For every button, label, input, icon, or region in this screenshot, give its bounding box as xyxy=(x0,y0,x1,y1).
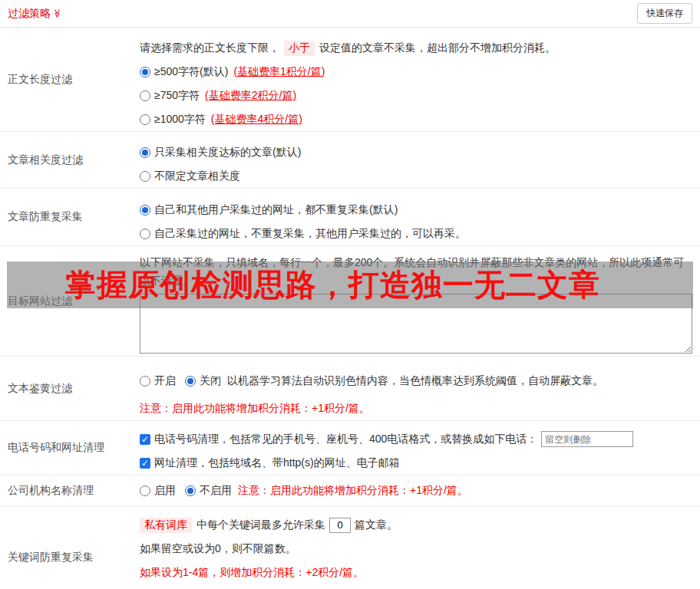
fee-label: (基础费率2积分/篇) xyxy=(205,89,296,103)
keyword-limit-note-1: 如果留空或设为0，则不限篇数。 xyxy=(140,537,692,561)
length-option-1000[interactable]: ≥1000字符 (基础费率4积分/篇) xyxy=(140,107,692,131)
row-dedup-collect: 文章防重复采集 自己和其他用户采集过的网址，都不重复采集(默认) 自己采集过的网… xyxy=(0,189,700,246)
porn-filter-note: 注意：启用此功能将增加积分消耗：+1积分/篇。 xyxy=(140,397,692,420)
fee-label: (基础费率1积分/篇) xyxy=(233,65,325,79)
less-than-chip: 小于 xyxy=(284,41,315,56)
row-label-company-clean: 公司机构名称清理 xyxy=(0,475,140,505)
radio-icon[interactable] xyxy=(185,485,196,496)
quick-save-button[interactable]: 快速保存 xyxy=(637,3,692,24)
row-relevance-filter: 文章相关度过滤 只采集相关度达标的文章(默认) 不限定文章相关度 xyxy=(0,132,700,189)
option-label: ≥1000字符 xyxy=(154,113,206,127)
option-label: 自己和其他用户采集过的网址，都不重复采集(默认) xyxy=(154,203,398,217)
row-label-dedup: 文章防重复采集 xyxy=(0,189,140,245)
fee-label: (基础费率4积分/篇) xyxy=(211,113,302,127)
porn-filter-options: 开启 关闭 以机器学习算法自动识别色情内容，当色情概率达到系统阈值，自动屏蔽文章… xyxy=(140,369,692,393)
intro-prefix: 请选择需求的正文长度下限， xyxy=(140,41,279,55)
radio-icon[interactable] xyxy=(185,376,196,387)
option-label-on[interactable]: 开启 xyxy=(154,374,176,388)
keyword-limit-text: 中每个关键词最多允许采集 xyxy=(196,518,325,532)
private-thesaurus-chip[interactable]: 私有词库 xyxy=(140,518,192,533)
watermark-overlay: 掌握原创检测思路，打造独一无二文章 xyxy=(7,262,693,308)
keyword-limit-suffix: 篇文章。 xyxy=(355,518,398,532)
radio-icon[interactable] xyxy=(140,376,150,387)
row-label-phone-url: 电话号码和网址清理 xyxy=(0,421,140,475)
watermark-text: 掌握原创检测思路，打造独一无二文章 xyxy=(7,264,600,306)
radio-icon[interactable] xyxy=(140,485,150,496)
row-label-porn-filter: 文本鉴黄过滤 xyxy=(0,357,140,420)
length-filter-intro: 请选择需求的正文长度下限， 小于 设定值的文章不采集，超出部分不增加积分消耗。 xyxy=(140,36,692,60)
option-label: 不限定文章相关度 xyxy=(154,169,240,183)
checkbox-icon[interactable] xyxy=(140,434,150,445)
dedup-option-all-users[interactable]: 自己和其他用户采集过的网址，都不重复采集(默认) xyxy=(140,198,692,222)
replacement-phone-input[interactable] xyxy=(541,431,633,447)
phone-clean-label: 电话号码清理，包括常见的手机号、座机号、400电话格式，或替换成如下电话： xyxy=(154,433,537,446)
radio-icon[interactable] xyxy=(140,171,150,182)
relevance-option-strict[interactable]: 只采集相关度达标的文章(默认) xyxy=(140,140,692,164)
radio-icon[interactable] xyxy=(140,114,150,125)
url-clean-option: 网址清理，包括纯域名、带http(s)的网址、电子邮箱 xyxy=(140,451,692,475)
keyword-limit-note-3: 如果设为5篇或以上，也不会额外增加积分消耗。 注意事项≫ xyxy=(140,584,692,589)
page-header: 过滤策略 ≫ 快速保存 xyxy=(0,0,700,28)
row-porn-filter: 文本鉴黄过滤 开启 关闭 以机器学习算法自动识别色情内容，当色情概率达到系统阈值… xyxy=(0,357,700,421)
row-keyword-limit: 关键词防重复采集 私有词库 中每个关键词最多允许采集 篇文章。 如果留空或设为0… xyxy=(0,506,700,589)
option-label: ≥750字符 xyxy=(154,89,200,103)
url-clean-label: 网址清理，包括纯域名、带http(s)的网址、电子邮箱 xyxy=(154,456,400,470)
keyword-limit-note-2: 如果设为1-4篇，则增加积分消耗：+2积分/篇。 xyxy=(140,561,692,584)
company-clean-note: 注意：启用此功能将增加积分消耗：+1积分/篇。 xyxy=(238,484,468,498)
row-label-length-filter: 正文长度过滤 xyxy=(0,28,140,131)
length-option-500[interactable]: ≥500字符(默认) (基础费率1积分/篇) xyxy=(140,60,692,84)
page-title-text: 过滤策略 xyxy=(8,7,51,21)
radio-icon[interactable] xyxy=(140,229,150,239)
length-option-750[interactable]: ≥750字符 (基础费率2积分/篇) xyxy=(140,84,692,107)
radio-icon[interactable] xyxy=(140,205,150,216)
row-length-filter: 正文长度过滤 请选择需求的正文长度下限， 小于 设定值的文章不采集，超出部分不增… xyxy=(0,28,700,132)
chevron-down-icon: ≫ xyxy=(52,9,62,18)
filter-strategy-page: 过滤策略 ≫ 快速保存 正文长度过滤 请选择需求的正文长度下限， 小于 设定值的… xyxy=(0,0,700,589)
keyword-limit-setting: 私有词库 中每个关键词最多允许采集 篇文章。 xyxy=(140,513,692,537)
dedup-option-self-only[interactable]: 自己采集过的网址，不重复采集，其他用户采集过的，可以再采。 xyxy=(140,222,692,245)
checkbox-icon[interactable] xyxy=(140,458,150,469)
option-label: ≥500字符(默认) xyxy=(154,65,228,79)
radio-icon[interactable] xyxy=(140,147,150,158)
relevance-option-any[interactable]: 不限定文章相关度 xyxy=(140,164,692,188)
row-label-keyword-limit: 关键词防重复采集 xyxy=(0,506,140,589)
porn-filter-description: 以机器学习算法自动识别色情内容，当色情概率达到系统阈值，自动屏蔽文章。 xyxy=(227,374,603,388)
radio-icon[interactable] xyxy=(140,67,150,77)
row-label-relevance: 文章相关度过滤 xyxy=(0,132,140,188)
option-label-disable[interactable]: 不启用 xyxy=(200,484,232,498)
option-label-off[interactable]: 关闭 xyxy=(200,374,221,388)
option-label: 自己采集过的网址，不重复采集，其他用户采集过的，可以再采。 xyxy=(154,227,466,241)
intro-suffix: 设定值的文章不采集，超出部分不增加积分消耗。 xyxy=(319,41,556,55)
keyword-count-input[interactable] xyxy=(329,518,351,533)
row-company-clean: 公司机构名称清理 启用 不启用 注意：启用此功能将增加积分消耗：+1积分/篇。 xyxy=(0,475,700,506)
option-label: 只采集相关度达标的文章(默认) xyxy=(154,146,301,160)
option-label-enable[interactable]: 启用 xyxy=(154,484,176,498)
phone-clean-option: 电话号码清理，包括常见的手机号、座机号、400电话格式，或替换成如下电话： xyxy=(140,427,692,451)
radio-icon[interactable] xyxy=(140,90,150,101)
row-phone-url-clean: 电话号码和网址清理 电话号码清理，包括常见的手机号、座机号、400电话格式，或替… xyxy=(0,421,700,475)
page-title[interactable]: 过滤策略 ≫ xyxy=(8,7,62,21)
